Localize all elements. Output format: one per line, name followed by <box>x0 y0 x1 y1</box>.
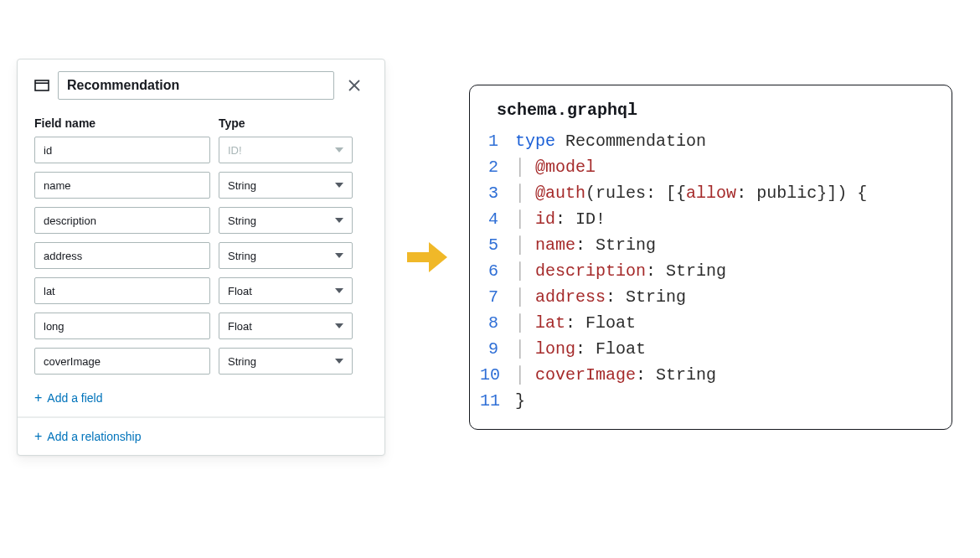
field-row: String <box>34 348 368 375</box>
code-line: 5 │ name: String <box>480 232 935 258</box>
line-number: 7 <box>480 284 515 310</box>
field-row: String <box>34 207 368 234</box>
chevron-down-icon <box>335 323 343 328</box>
line-number: 9 <box>480 336 515 362</box>
code-block: 1 type Recommendation 2 │ @model 3 │ @au… <box>480 128 935 414</box>
code-line: 6 │ description: String <box>480 258 935 284</box>
plus-icon: + <box>34 391 42 405</box>
add-relationship-button[interactable]: + Add a relationship <box>18 417 384 455</box>
code-line: 3 │ @auth(rules: [{allow: public}]) { <box>480 180 935 206</box>
model-name-input[interactable] <box>58 71 334 100</box>
line-number: 5 <box>480 232 515 258</box>
field-name-input[interactable] <box>34 207 210 234</box>
arrow-icon <box>402 240 452 274</box>
field-name-input[interactable] <box>34 137 210 163</box>
code-line: 11 } <box>480 388 935 414</box>
field-type-value: String <box>228 250 256 262</box>
line-number: 3 <box>480 180 515 206</box>
field-type-value: String <box>228 355 256 368</box>
field-name-input[interactable] <box>34 348 210 375</box>
field-row: String <box>34 242 368 269</box>
model-editor-panel: Field name Type ID! String <box>17 59 385 456</box>
panel-footer: + Add a field + Add a relationship <box>18 386 384 455</box>
code-line: 7 │ address: String <box>480 284 935 310</box>
chevron-down-icon <box>335 253 343 258</box>
field-type-select[interactable]: String <box>219 172 353 199</box>
chevron-down-icon <box>335 147 343 152</box>
code-line: 4 │ id: ID! <box>480 206 935 232</box>
line-number: 1 <box>480 128 515 154</box>
line-number: 6 <box>480 258 515 284</box>
add-field-button[interactable]: + Add a field <box>18 386 384 416</box>
field-row: ID! <box>34 137 368 163</box>
line-number: 2 <box>480 154 515 180</box>
chevron-down-icon <box>335 288 343 293</box>
fields-header-row: Field name Type <box>18 110 384 137</box>
field-type-select[interactable]: Float <box>219 313 353 339</box>
field-row: Float <box>34 277 368 304</box>
line-number: 4 <box>480 206 515 232</box>
close-icon <box>348 75 360 96</box>
field-type-column-header: Type <box>219 116 353 130</box>
plus-icon: + <box>34 430 42 443</box>
code-line: 1 type Recommendation <box>480 128 935 154</box>
field-type-select[interactable]: String <box>219 242 353 269</box>
field-type-value: ID! <box>228 144 242 157</box>
field-type-value: Float <box>228 285 252 297</box>
code-line: 8 │ lat: Float <box>480 310 935 336</box>
fields-list: ID! String Str <box>18 137 384 386</box>
field-name-input[interactable] <box>34 172 210 199</box>
field-row: Float <box>34 313 368 339</box>
field-name-input[interactable] <box>34 242 210 269</box>
field-type-value: String <box>228 179 256 192</box>
svg-rect-0 <box>35 80 49 90</box>
field-type-select[interactable]: ID! <box>219 137 353 163</box>
field-type-select[interactable]: String <box>219 348 353 375</box>
code-line: 2 │ @model <box>480 154 935 180</box>
line-number: 8 <box>480 310 515 336</box>
add-relationship-label: Add a relationship <box>47 430 141 443</box>
field-name-column-header: Field name <box>34 116 210 130</box>
close-button[interactable] <box>341 72 368 99</box>
panel-header <box>18 59 384 110</box>
chevron-down-icon <box>335 359 343 364</box>
field-type-select[interactable]: String <box>219 207 353 234</box>
field-row: String <box>34 172 368 199</box>
field-name-input[interactable] <box>34 313 210 339</box>
code-filename: schema.graphql <box>497 101 935 120</box>
field-name-input[interactable] <box>34 277 210 304</box>
code-panel: schema.graphql 1 type Recommendation 2 │… <box>469 85 952 430</box>
model-icon <box>34 80 49 91</box>
add-field-label: Add a field <box>47 391 102 405</box>
field-type-select[interactable]: Float <box>219 277 353 304</box>
line-number: 10 <box>480 362 515 388</box>
field-type-value: Float <box>228 320 252 333</box>
chevron-down-icon <box>335 218 343 223</box>
code-line: 9 │ long: Float <box>480 336 935 362</box>
svg-rect-4 <box>407 252 431 262</box>
line-number: 11 <box>480 388 515 414</box>
chevron-down-icon <box>335 183 343 188</box>
code-line: 10 │ coverImage: String <box>480 362 935 388</box>
field-type-value: String <box>228 214 256 227</box>
